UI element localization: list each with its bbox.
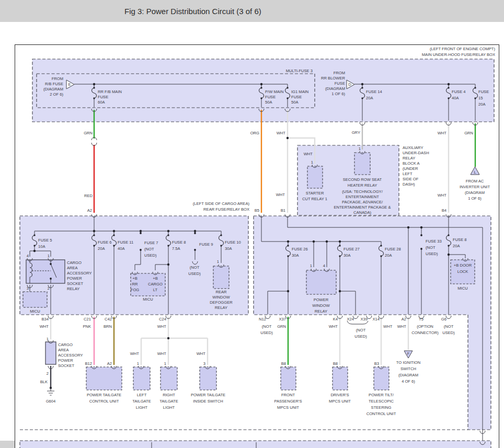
svg-text:3: 3 <box>203 361 205 366</box>
svg-text:4 OF 6): 4 OF 6) <box>402 379 415 384</box>
svg-text:REAR FUSE/RELAY BOX: REAR FUSE/RELAY BOX <box>203 207 249 212</box>
svg-text:LEFT: LEFT <box>403 171 413 176</box>
svg-text:X14: X14 <box>372 317 380 321</box>
svg-text:FUSE 28: FUSE 28 <box>385 247 401 251</box>
svg-text:B1: B1 <box>281 208 285 213</box>
svg-text:SWITCH: SWITCH <box>400 366 416 371</box>
svg-text:20A: 20A <box>366 96 373 100</box>
svg-text:B4: B4 <box>442 208 446 213</box>
svg-text:WHT: WHT <box>157 324 167 329</box>
svg-text:A2: A2 <box>87 208 92 213</box>
svg-text:TO IGNITION: TO IGNITION <box>396 360 420 365</box>
svg-text:FUSE 6: FUSE 6 <box>98 240 112 245</box>
svg-text:ORG: ORG <box>250 131 259 135</box>
svg-text:B8: B8 <box>333 361 338 366</box>
svg-text:C24: C24 <box>159 317 166 321</box>
svg-text:FUSE 10: FUSE 10 <box>225 240 241 245</box>
svg-text:USED): USED) <box>426 251 438 256</box>
svg-text:ACCESSORY: ACCESSORY <box>58 353 83 358</box>
svg-text:2: 2 <box>47 371 49 376</box>
svg-text:FUSE: FUSE <box>265 95 276 99</box>
svg-text:BLK: BLK <box>40 380 48 384</box>
svg-text:FUSE: FUSE <box>291 95 302 99</box>
svg-text:WINDOW: WINDOW <box>212 295 230 300</box>
svg-text:POWER: POWER <box>314 297 329 302</box>
svg-text:WHT: WHT <box>157 351 167 356</box>
svg-text:T5: T5 <box>419 317 423 321</box>
svg-text:1: 1 <box>311 160 313 165</box>
svg-text:CONTROL UNIT: CONTROL UNIT <box>89 399 119 404</box>
svg-text:10A: 10A <box>38 244 45 249</box>
svg-text:WHT: WHT <box>40 324 49 329</box>
svg-text:PASSENGER'S: PASSENGER'S <box>274 399 302 404</box>
svg-text:20A: 20A <box>98 246 105 251</box>
svg-text:FUSE 9: FUSE 9 <box>199 242 213 247</box>
svg-text:RR BLOWER: RR BLOWER <box>321 76 346 81</box>
svg-text:LIGHT: LIGHT <box>136 405 148 410</box>
svg-text:F: F <box>407 351 410 356</box>
svg-text:LOCK: LOCK <box>457 269 468 274</box>
svg-text:INSIDE SWITCH: INSIDE SWITCH <box>193 399 223 404</box>
page-title: Fig 3: Power Distribution Circuit (3 of … <box>124 7 261 16</box>
svg-text:MAIN UNDER-HOOD FUSE/RELAY BOX: MAIN UNDER-HOOD FUSE/RELAY BOX <box>422 52 495 57</box>
svg-text:B5: B5 <box>255 208 259 213</box>
svg-text:30A: 30A <box>225 246 232 251</box>
svg-text:C21: C21 <box>84 317 91 321</box>
svg-text:E: E <box>68 82 71 87</box>
svg-text:X24: X24 <box>347 317 354 321</box>
svg-text:WHT: WHT <box>329 324 338 329</box>
svg-text:GRN: GRN <box>277 324 286 329</box>
svg-text:(NOT: (NOT <box>356 328 366 332</box>
svg-text:USED): USED) <box>188 271 201 276</box>
svg-text:TAILGATE: TAILGATE <box>132 399 151 404</box>
svg-text:RELAY: RELAY <box>403 156 415 160</box>
svg-text:FUSE 8: FUSE 8 <box>172 240 186 245</box>
driver-mpcs-unit-box <box>333 367 348 390</box>
svg-text:WHT: WHT <box>277 131 286 135</box>
svg-text:DRIVER'S: DRIVER'S <box>330 393 349 397</box>
svg-text:PNK: PNK <box>83 324 91 329</box>
svg-text:CARGO: CARGO <box>67 260 82 265</box>
svg-text:WHT: WHT <box>276 192 285 197</box>
svg-text:1: 1 <box>47 337 49 341</box>
svg-text:MPCS UNIT: MPCS UNIT <box>329 399 351 404</box>
svg-text:RELAY: RELAY <box>215 305 227 310</box>
svg-text:LIGHT: LIGHT <box>163 405 175 410</box>
svg-text:2 OF 6): 2 OF 6) <box>50 92 63 97</box>
svg-text:MICU: MICU <box>457 286 467 291</box>
rear-defogger-relay-box <box>213 266 229 289</box>
svg-text:WHT: WHT <box>438 193 447 198</box>
svg-text:B3: B3 <box>374 361 379 366</box>
svg-text:CUT RELAY 1: CUT RELAY 1 <box>302 197 327 201</box>
svg-text:15: 15 <box>478 96 483 100</box>
svg-text:GRN: GRN <box>464 131 473 135</box>
svg-text:UNDER-DASH: UNDER-DASH <box>403 151 429 155</box>
bottom-continuation-box <box>20 441 491 448</box>
svg-text:FUSE 33: FUSE 33 <box>426 239 442 244</box>
svg-text:(UNDER: (UNDER <box>403 166 418 171</box>
svg-text:+B: +B <box>132 276 138 281</box>
svg-text:MICU: MICU <box>30 309 40 314</box>
svg-text:B12: B12 <box>85 361 92 366</box>
svg-text:WHT: WHT <box>383 324 393 329</box>
svg-text:INVERTER UNIT: INVERTER UNIT <box>460 185 490 189</box>
wiring-diagram-page: Fig 3: Power Distribution Circuit (3 of … <box>0 0 504 448</box>
svg-text:1 OF 6): 1 OF 6) <box>331 91 345 96</box>
svg-text:SECOND ROW SEAT: SECOND ROW SEAT <box>343 177 382 182</box>
svg-text:FOG: FOG <box>131 288 140 292</box>
svg-text:1: 1 <box>137 361 139 366</box>
svg-text:L: L <box>474 170 476 175</box>
svg-text:(DIAGRAM: (DIAGRAM <box>325 86 345 91</box>
svg-text:POWER: POWER <box>58 358 73 363</box>
svg-text:+B: +B <box>153 276 158 281</box>
tilt-steering-unit-box <box>374 367 389 390</box>
svg-text:POWER TAILGATE: POWER TAILGATE <box>87 393 121 397</box>
svg-text:CARGO: CARGO <box>148 282 163 286</box>
svg-text:FUSE 8: FUSE 8 <box>453 237 467 242</box>
svg-text:B34: B34 <box>41 317 49 321</box>
svg-text:STEERING: STEERING <box>371 405 392 410</box>
svg-text:WHT: WHT <box>438 131 447 135</box>
svg-text:X39: X39 <box>360 317 368 321</box>
svg-text:FUSE 5: FUSE 5 <box>38 238 52 243</box>
svg-text:IG1 MAIN: IG1 MAIN <box>291 89 308 94</box>
